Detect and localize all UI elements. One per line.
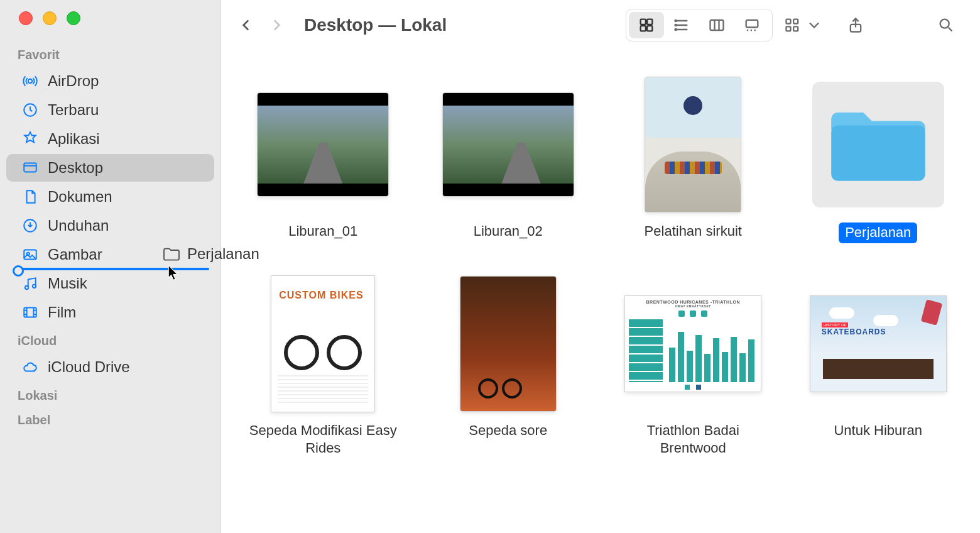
pictures-icon <box>21 246 39 263</box>
music-icon <box>21 275 39 292</box>
file-item[interactable]: Pelatihan sirkuit <box>610 75 776 243</box>
file-label: Untuk Hiburan <box>834 422 922 440</box>
back-button[interactable] <box>234 13 259 38</box>
group-by-button[interactable] <box>784 12 823 38</box>
document-icon <box>21 188 39 206</box>
file-item[interactable]: Sepeda sore <box>425 275 592 458</box>
sidebar-item-label: Unduhan <box>48 217 109 234</box>
sidebar-item-label: Terbaru <box>48 101 99 119</box>
forward-button[interactable] <box>264 13 289 38</box>
svg-point-23 <box>940 19 949 28</box>
column-view-button[interactable] <box>699 12 734 38</box>
sidebar-item-downloads[interactable]: Unduhan <box>6 212 214 239</box>
file-label: Sepeda Modifikasi Easy Rides <box>248 422 398 458</box>
svg-rect-8 <box>24 307 36 317</box>
file-item[interactable]: HISTORY OF SKATEBOARDS Untuk Hiburan <box>795 275 962 458</box>
file-thumbnail <box>439 75 577 214</box>
file-thumbnail <box>254 275 392 413</box>
sidebar: Favorit AirDrop Terbaru Aplikasi Desktop <box>0 0 221 533</box>
sidebar-item-label: Gambar <box>48 246 102 263</box>
chevron-down-icon <box>805 16 823 34</box>
sidebar-item-label: iCloud Drive <box>48 358 130 376</box>
file-thumbnail <box>809 75 947 214</box>
thumb-word: SKATEBOARDS <box>822 327 886 336</box>
sidebar-item-recents[interactable]: Terbaru <box>6 96 214 124</box>
file-thumbnail <box>254 75 392 214</box>
sidebar-item-label: Musik <box>48 275 87 292</box>
sidebar-item-documents[interactable]: Dokumen <box>6 183 214 211</box>
drag-ghost: Perjalanan <box>162 245 259 263</box>
svg-rect-16 <box>710 20 724 30</box>
svg-point-6 <box>25 286 28 289</box>
file-item[interactable]: Liburan_02 <box>425 75 592 243</box>
file-label: Liburan_01 <box>288 223 357 241</box>
minimize-window-button[interactable] <box>43 11 57 25</box>
icon-view-button[interactable] <box>629 12 664 38</box>
cursor-icon <box>167 264 181 282</box>
file-label: Triathlon Badai Brentwood <box>618 422 768 458</box>
file-thumbnail <box>624 75 762 214</box>
downloads-icon <box>21 217 39 234</box>
file-item[interactable]: Liburan_01 <box>240 75 406 243</box>
sidebar-section-label: Label <box>0 407 220 431</box>
svg-rect-12 <box>647 26 652 31</box>
airdrop-icon <box>21 72 39 90</box>
sidebar-section-icloud: iCloud <box>0 327 220 352</box>
file-grid: Liburan_01 Liburan_02 Pelatihan sirkuit <box>221 50 980 533</box>
svg-rect-20 <box>793 19 798 24</box>
search-button[interactable] <box>931 12 961 38</box>
sidebar-item-airdrop[interactable]: AirDrop <box>6 67 214 95</box>
sidebar-item-label: Aplikasi <box>48 130 100 148</box>
svg-rect-17 <box>746 20 758 28</box>
svg-point-13 <box>675 20 677 21</box>
svg-rect-11 <box>641 26 646 31</box>
sidebar-item-icloud-drive[interactable]: iCloud Drive <box>6 353 214 381</box>
zoom-window-button[interactable] <box>67 11 80 25</box>
sidebar-item-label: Dokumen <box>48 188 112 206</box>
file-thumbnail: BRENTWOOD HURICANES -TRIATHLON OMAT ENNÄ… <box>624 275 762 413</box>
folder-icon <box>812 82 944 207</box>
clock-icon <box>21 101 39 119</box>
view-mode-group <box>626 9 773 41</box>
svg-rect-2 <box>24 163 36 172</box>
sidebar-item-label: Desktop <box>48 159 103 177</box>
svg-point-0 <box>28 79 33 84</box>
svg-rect-10 <box>647 19 652 25</box>
list-view-button[interactable] <box>664 12 699 38</box>
file-thumbnail <box>439 275 577 413</box>
movies-icon <box>21 304 39 321</box>
svg-point-14 <box>675 25 677 26</box>
file-label: Pelatihan sirkuit <box>645 223 742 241</box>
sidebar-section-lokasi: Lokasi <box>0 382 220 407</box>
gallery-view-button[interactable] <box>734 12 770 38</box>
file-item[interactable]: Sepeda Modifikasi Easy Rides <box>240 275 406 458</box>
spreadsheet-title: BRENTWOOD HURICANES -TRIATHLON <box>629 300 757 304</box>
drag-ghost-label: Perjalanan <box>187 245 259 263</box>
toolbar: Desktop — Lokal <box>221 0 980 50</box>
sidebar-item-desktop[interactable]: Desktop <box>6 154 214 182</box>
file-item-folder-selected[interactable]: Perjalanan <box>795 75 962 243</box>
file-label: Liburan_02 <box>474 223 543 241</box>
sidebar-item-applications[interactable]: Aplikasi <box>6 125 214 153</box>
file-thumbnail: HISTORY OF SKATEBOARDS <box>809 275 947 413</box>
desktop-icon <box>21 159 39 177</box>
svg-point-7 <box>33 285 36 288</box>
svg-rect-19 <box>787 26 791 31</box>
folder-icon <box>162 246 181 261</box>
cloud-icon <box>21 358 39 376</box>
finder-window: Favorit AirDrop Terbaru Aplikasi Desktop <box>0 0 980 533</box>
svg-point-15 <box>675 29 677 30</box>
applications-icon <box>21 130 39 148</box>
svg-rect-18 <box>787 19 791 24</box>
sidebar-section-favorit: Favorit <box>0 41 220 66</box>
close-window-button[interactable] <box>19 11 33 25</box>
svg-rect-21 <box>793 26 798 31</box>
window-title: Desktop — Lokal <box>304 15 447 35</box>
file-item[interactable]: BRENTWOOD HURICANES -TRIATHLON OMAT ENNÄ… <box>610 275 776 458</box>
svg-rect-24 <box>831 125 925 180</box>
share-button[interactable] <box>841 12 871 38</box>
sidebar-item-music[interactable]: Musik <box>6 270 214 297</box>
file-label: Perjalanan <box>839 223 917 243</box>
sidebar-item-label: Film <box>48 304 76 321</box>
sidebar-item-movies[interactable]: Film <box>6 299 214 326</box>
